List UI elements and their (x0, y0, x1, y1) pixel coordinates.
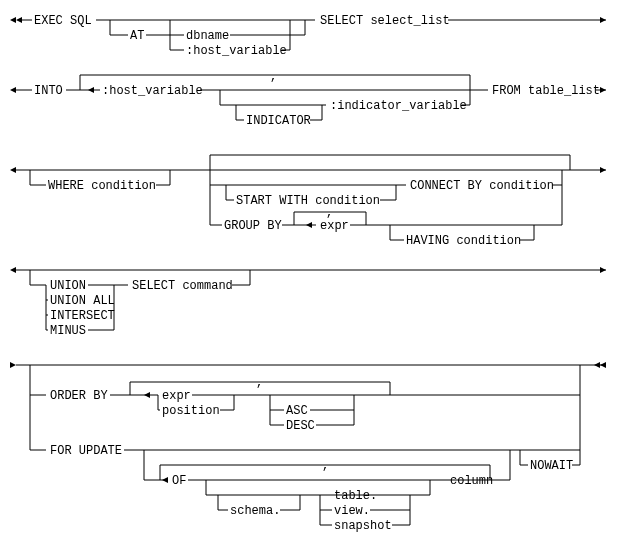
tok-position: position (162, 404, 220, 418)
kw-minus: MINUS (50, 324, 86, 338)
comma-into: , (270, 70, 277, 84)
tok-table: table. (334, 489, 377, 503)
syntax-diagram: EXEC SQL AT dbname :host_variable SELECT… (10, 10, 612, 537)
svg-marker-93 (144, 392, 150, 398)
row-order: ORDER BY , expr position ASC DESC FOR UP… (10, 362, 606, 533)
comma-group: , (326, 206, 333, 220)
svg-marker-86 (594, 362, 600, 368)
kw-group-by: GROUP BY (224, 219, 282, 233)
kw-intersect: INTERSECT (50, 309, 115, 323)
kw-for-update: FOR UPDATE (50, 444, 122, 458)
svg-marker-118 (162, 477, 168, 483)
kw-order-by: ORDER BY (50, 389, 108, 403)
tok-snapshot: snapshot (334, 519, 392, 533)
comma-order: , (256, 376, 263, 390)
svg-marker-0 (10, 17, 16, 23)
tok-expr-order: expr (162, 389, 191, 403)
kw-having: HAVING condition (406, 234, 521, 248)
comma-of: , (322, 459, 329, 473)
kw-asc: ASC (286, 404, 308, 418)
svg-marker-83 (10, 362, 16, 368)
kw-select-cmd: SELECT command (132, 279, 233, 293)
kw-of: OF (172, 474, 186, 488)
kw-union: UNION (50, 279, 86, 293)
kw-union-all: UNION ALL (50, 294, 115, 308)
tok-dbname: dbname (186, 29, 229, 43)
kw-from: FROM table_list (492, 84, 600, 98)
tok-column: column (450, 474, 493, 488)
row-union: UNION UNION ALL INTERSECT MINUS SELECT c… (10, 267, 606, 338)
svg-marker-1 (16, 17, 22, 23)
svg-marker-61 (306, 222, 312, 228)
svg-marker-18 (600, 17, 606, 23)
svg-marker-85 (600, 362, 606, 368)
svg-marker-36 (600, 87, 606, 93)
tok-into-hostvar: :host_variable (102, 84, 203, 98)
svg-marker-19 (10, 87, 16, 93)
kw-into: INTO (34, 84, 63, 98)
kw-desc: DESC (286, 419, 315, 433)
kw-nowait: NOWAIT (530, 459, 573, 473)
svg-marker-82 (600, 267, 606, 273)
svg-marker-25 (88, 87, 94, 93)
kw-select: SELECT select_list (320, 14, 450, 28)
kw-exec-sql: EXEC SQL (34, 14, 92, 28)
kw-at: AT (130, 29, 144, 43)
tok-expr-group: expr (320, 219, 349, 233)
tok-view: view. (334, 504, 370, 518)
row-into: INTO , :host_variable INDICATOR :indicat… (10, 70, 606, 128)
svg-marker-69 (10, 267, 16, 273)
tok-host-var-at: :host_variable (186, 44, 287, 58)
tok-schema: schema. (230, 504, 280, 518)
kw-where: WHERE condition (48, 179, 156, 193)
kw-indicator: INDICATOR (246, 114, 311, 128)
svg-marker-37 (10, 167, 16, 173)
row-where: WHERE condition START WITH condition CON… (10, 155, 606, 248)
svg-marker-68 (600, 167, 606, 173)
kw-connect-by: CONNECT BY condition (410, 179, 554, 193)
tok-indicator-var: :indicator_variable (330, 99, 467, 113)
row-exec-sql: EXEC SQL AT dbname :host_variable SELECT… (10, 14, 606, 58)
kw-start-with: START WITH condition (236, 194, 380, 208)
